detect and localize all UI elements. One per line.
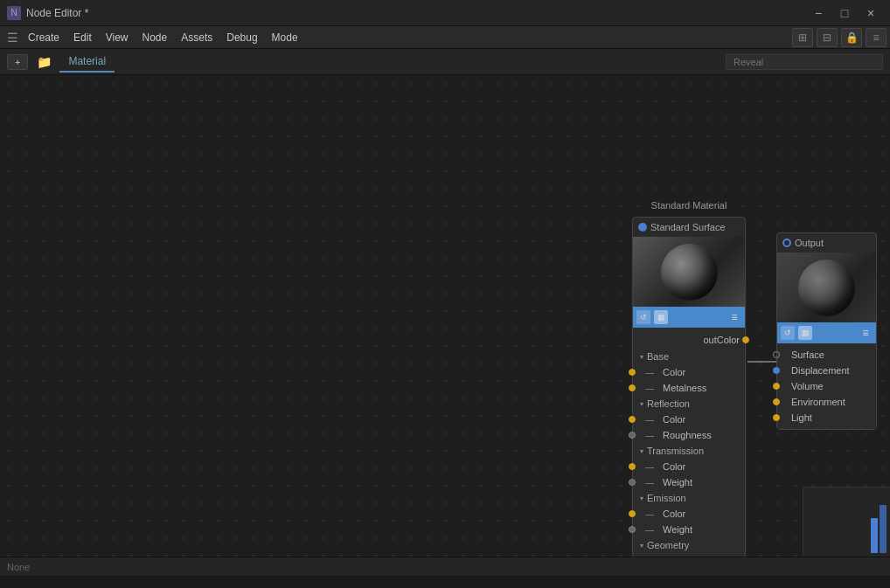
node-title-dot [638, 223, 647, 232]
window-controls: − □ × [806, 3, 883, 23]
node-tab-menu[interactable]: ≡ [727, 310, 741, 324]
title-bar: N Node Editor * − □ × [0, 0, 890, 26]
port-label-output-displacement: Displacement [782, 365, 850, 376]
status-bar: None [0, 557, 890, 576]
socket-out-color [742, 336, 749, 343]
node-tab-refresh[interactable]: ↺ [636, 310, 650, 324]
output-node[interactable]: Output ↺ ▦ ≡ Surface Displacement Volu [776, 232, 877, 430]
layout-icon-1[interactable]: ⊞ [792, 28, 813, 47]
section-arrow-base: ▾ [640, 353, 643, 361]
socket-output-environment [773, 398, 780, 405]
section-label-emission: Emission [647, 493, 686, 503]
port-label-base-metalness: Metalness [654, 383, 706, 393]
socket-reflection-color [629, 416, 636, 423]
menu-icon[interactable]: ≡ [866, 28, 887, 47]
port-base-metalness: — Metalness [633, 380, 745, 396]
socket-emission-color [629, 510, 636, 517]
output-tab-refresh[interactable]: ↺ [781, 326, 795, 340]
menu-right-icons: ⊞ ⊟ 🔒 ≡ [792, 28, 887, 47]
minimize-button[interactable]: − [806, 3, 831, 23]
close-button[interactable]: × [859, 3, 883, 23]
section-arrow-emission: ▾ [640, 495, 643, 502]
port-label-base-color: Color [654, 367, 685, 377]
output-tab-menu[interactable]: ≡ [859, 326, 873, 340]
section-arrow-geometry: ▾ [640, 542, 643, 550]
node-tab-grid[interactable]: ▦ [654, 310, 668, 324]
port-output-environment: Environment [777, 394, 876, 410]
mini-bar-2 [880, 505, 887, 553]
menu-assets[interactable]: Assets [174, 30, 219, 45]
socket-output-light [773, 414, 780, 421]
output-node-preview [777, 252, 876, 322]
menu-view[interactable]: View [99, 30, 136, 45]
standard-surface-node[interactable]: Standard Material Standard Surface ↺ ▦ ≡… [632, 217, 746, 576]
port-output-light: Light [777, 410, 876, 425]
port-transmission-color: — Color [633, 459, 745, 474]
section-emission: ▾ Emission [633, 490, 745, 506]
port-label-transmission-weight: Weight [654, 477, 692, 488]
section-arrow-reflection: ▾ [640, 400, 643, 408]
output-sphere-preview [798, 259, 855, 316]
connection-lines [0, 75, 890, 576]
menu-create[interactable]: Create [21, 30, 66, 45]
canvas-area[interactable]: Standard Material Standard Surface ↺ ▦ ≡… [0, 75, 890, 576]
node-super-title: Standard Material [633, 200, 745, 211]
port-emission-color: — Color [633, 506, 745, 522]
node-preview [633, 237, 745, 307]
app-icon: N [7, 6, 21, 20]
socket-base-metalness [629, 384, 636, 391]
socket-output-volume [773, 383, 780, 390]
mini-bars [867, 502, 890, 557]
reveal-input[interactable] [726, 54, 883, 70]
socket-reflection-roughness [629, 432, 636, 439]
socket-base-color [629, 369, 636, 376]
port-base-color: — Color [633, 364, 745, 380]
port-emission-weight: — Weight [633, 522, 745, 537]
port-label-reflection-color: Color [654, 414, 685, 425]
port-reflection-roughness: — Roughness [633, 427, 745, 443]
node-tab-bar: ↺ ▦ ≡ [633, 307, 745, 328]
node-title-bar: Standard Surface [633, 218, 745, 237]
output-node-title-label: Output [795, 238, 824, 248]
section-reflection: ▾ Reflection [633, 396, 745, 412]
section-label-reflection: Reflection [647, 398, 690, 409]
output-node-title-bar: Output [777, 233, 876, 252]
section-label-geometry: Geometry [647, 540, 689, 550]
socket-emission-weight [629, 526, 636, 533]
section-base: ▾ Base [633, 349, 745, 364]
port-output-displacement: Displacement [777, 363, 876, 378]
maximize-button[interactable]: □ [832, 3, 857, 23]
port-label-output-light: Light [782, 412, 812, 423]
out-color-row: outColor [633, 331, 745, 349]
add-button[interactable]: + [7, 54, 28, 70]
bottom-panel [803, 487, 890, 557]
menu-node[interactable]: Node [136, 30, 175, 45]
menu-edit[interactable]: Edit [66, 30, 99, 45]
port-label-output-environment: Environment [782, 397, 845, 407]
lock-icon[interactable]: 🔒 [841, 28, 862, 47]
port-label-transmission-color: Color [654, 461, 685, 472]
section-transmission: ▾ Transmission [633, 443, 745, 459]
menu-mode[interactable]: Mode [265, 30, 305, 45]
window-title: Node Editor * [26, 7, 806, 19]
port-label-reflection-roughness: Roughness [654, 430, 712, 440]
node-title-label: Standard Surface [650, 222, 726, 232]
port-label-emission-color: Color [654, 508, 685, 519]
output-node-tab-bar: ↺ ▦ ≡ [777, 322, 876, 343]
layout-icon-2[interactable]: ⊟ [817, 28, 838, 47]
folder-icon[interactable]: 📁 [35, 53, 52, 71]
socket-output-displacement [773, 367, 780, 374]
material-tab[interactable]: Material [59, 52, 115, 73]
port-label-output-volume: Volume [782, 381, 824, 391]
section-geometry: ▾ Geometry [633, 537, 745, 553]
hamburger-icon[interactable]: ☰ [3, 29, 21, 46]
section-label-base: Base [647, 351, 669, 362]
status-text: None [7, 562, 30, 572]
output-port-content: Surface Displacement Volume Environment … [777, 343, 876, 429]
menu-debug[interactable]: Debug [219, 30, 264, 45]
output-tab-grid[interactable]: ▦ [798, 326, 812, 340]
port-output-volume: Volume [777, 378, 876, 394]
socket-output-surface [773, 351, 780, 358]
port-reflection-color: — Color [633, 412, 745, 427]
port-transmission-weight: — Weight [633, 474, 745, 490]
